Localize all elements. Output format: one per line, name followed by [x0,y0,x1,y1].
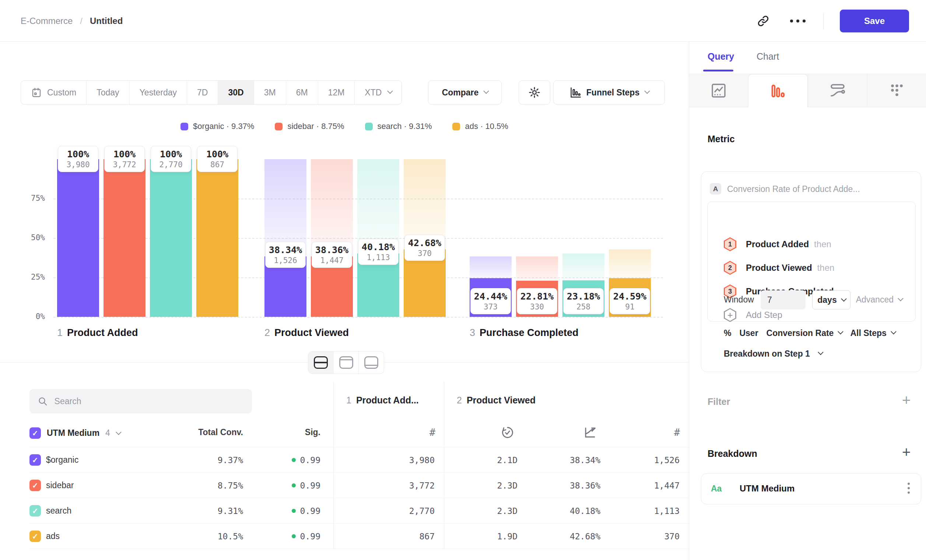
bar-value-label: 40.18%1,113 [358,239,398,265]
bar-organic-step1[interactable] [57,159,99,317]
table-row-ads[interactable]: ✓ ads 10.5% 0.99 867 1.9D 42.68% 370 [29,523,689,549]
bar-search-step1[interactable] [150,159,192,317]
tab-chart[interactable]: Chart [757,42,779,71]
metric-title[interactable]: Conversion Rate of Product Adde... [727,184,860,194]
row-name: search [46,506,71,516]
step-event-name[interactable]: Product Viewed [746,263,812,273]
plus-hexagon-icon: + [724,308,736,322]
search-icon [38,396,48,407]
bar-count: 370 [405,249,445,258]
cell-step1-count: 867 [354,524,435,549]
chart-type-retention[interactable] [867,74,926,107]
more-options-button[interactable] [788,12,807,30]
measure-metric-dropdown[interactable]: Conversion Rate [767,328,843,338]
cell-significance: 0.99 [243,524,321,549]
advanced-toggle[interactable]: Advanced [856,295,902,305]
y-axis-tick-0%: 0% [15,312,45,321]
table-row-sidebar[interactable]: ✓ sidebar 8.75% 0.99 3,772 2.3D 38.36% 1… [29,472,689,498]
window-unit-select[interactable]: days [812,290,850,309]
chart-type-insights[interactable] [689,74,748,107]
bar-value-label: 100%3,980 [58,146,98,172]
bar-pct: 38.36% [312,245,352,256]
chart-type-funnel-active[interactable] [748,74,808,107]
add-step-button[interactable]: + Add Step [724,308,782,322]
save-button[interactable]: Save [840,9,909,32]
count-column-icon[interactable]: # [417,427,435,438]
row-name: ads [46,531,60,541]
search-input[interactable] [54,397,244,406]
conversion-column-icon[interactable] [583,426,597,439]
table-bottom-border [29,549,689,549]
share-link-button[interactable] [754,12,772,30]
header-actions: Save [754,0,909,42]
bar-pct: 40.18% [359,242,398,253]
bar-count: 91 [610,302,650,312]
bar-sidebar-step1[interactable] [103,159,145,317]
metric-section-heading: Metric [708,134,735,144]
step-conjunction: then [817,263,835,273]
bar-count: 330 [517,302,557,312]
query-step-2[interactable]: 2 Product Viewedthen [724,260,834,275]
group-column-label[interactable]: UTM Medium [47,428,100,438]
step-number-badge: 1 [724,237,736,251]
row-select: ✓ $organic [29,447,79,473]
breakdown-on-step-dropdown[interactable]: Breakdown on Step 1 [724,349,822,359]
sig-column-header[interactable]: Sig. [243,427,321,437]
cell-step2-count: 1,526 [606,447,679,473]
table-search [29,389,252,413]
table-row-organic[interactable]: ✓ $organic 9.37% 0.99 3,980 2.1D 38.34% … [29,447,689,472]
sig-dot-icon [292,483,296,487]
add-filter-button[interactable]: + [902,395,911,406]
select-all-checkbox[interactable]: ✓ [29,427,41,439]
row-checkbox[interactable]: ✓ [29,480,41,491]
measure-scope-dropdown[interactable]: All Steps [850,328,895,338]
avg-time-column-icon[interactable] [501,426,514,439]
metric-card: A Conversion Rate of Product Adde... 1 P… [701,171,921,372]
kebab-menu-icon[interactable] [908,483,910,494]
row-checkbox[interactable]: ✓ [29,454,41,466]
table-row-search[interactable]: ✓ search 9.31% 0.99 2,770 2.3D 40.18% 1,… [29,498,689,523]
funnel-chart: 75%50%25%0%100%3,98038.34%1,52624.44%373… [0,0,689,362]
bar-pct: 100% [197,149,237,160]
group-count: 4 [105,428,110,438]
window-label: Window [724,295,754,305]
bar-value-label: 24.59%91 [610,288,650,314]
chart-type-flow[interactable] [808,74,867,107]
total-conv-column-header[interactable]: Total Conv. [169,427,243,437]
bar-count: 1,447 [312,256,352,265]
count-column-icon[interactable]: # [661,427,680,438]
tab-query[interactable]: Query [708,42,734,71]
cell-significance: 0.99 [243,447,321,473]
step-label-2: 2Product Viewed [265,327,349,339]
query-step-1[interactable]: 1 Product Addedthen [724,237,831,252]
layout-chart-only-button[interactable] [333,351,359,374]
bar-value-label: 100%3,772 [104,146,145,172]
bar-count: 1,113 [359,253,398,262]
row-checkbox[interactable]: ✓ [29,531,41,542]
add-breakdown-button[interactable]: + [902,446,911,457]
row-select: ✓ sidebar [29,473,74,498]
bottom-panel-icon [364,356,378,369]
y-axis-tick-75%: 75% [15,194,45,203]
layout-split-button[interactable] [308,351,333,374]
funnel-chart-icon [769,83,787,100]
step-label-1: 1Product Added [57,327,138,339]
measure-actor[interactable]: User [739,328,758,338]
breakdown-item-card[interactable]: Aa UTM Medium [701,474,921,504]
breakdown-on-label: Breakdown on Step 1 [724,349,810,359]
bar-ads-step1[interactable] [196,159,238,317]
cell-step2-count: 1,447 [606,473,679,498]
cell-total-conv: 10.5% [169,524,243,549]
cell-step2-time: 2.3D [451,498,517,524]
step-event-name[interactable]: Product Added [746,239,809,250]
layout-table-only-button[interactable] [359,351,384,374]
row-select: ✓ search [29,498,71,524]
bar-count: 3,772 [104,160,144,170]
step-number: 1 [346,395,351,406]
step-name: Product Add... [356,395,419,406]
window-value-input[interactable] [761,290,806,309]
row-checkbox[interactable]: ✓ [29,505,41,516]
funnel-analysis-app: E-Commerce / Untitled Save CustomTodayYe… [0,0,926,560]
step1-column-header: 1 Product Add... [346,395,419,406]
cell-step2-conv: 42.68% [527,524,601,549]
